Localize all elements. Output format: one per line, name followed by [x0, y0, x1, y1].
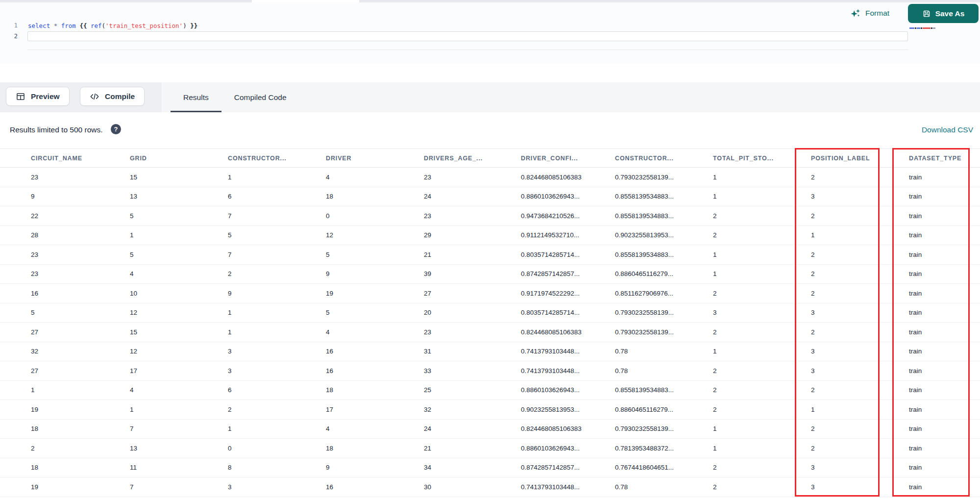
tab-results[interactable]: Results [171, 82, 221, 112]
help-icon[interactable]: ? [111, 124, 121, 134]
table-cell: 2 [811, 174, 909, 181]
table-cell: 0.8742857142857... [521, 464, 615, 471]
table-cell: 0.7413793103448... [521, 348, 615, 355]
table-cell: 1 [130, 231, 228, 239]
table-row: 14618250.8860103626943...0.8558139534883… [0, 381, 980, 400]
table-cell: 15 [130, 328, 228, 336]
table-cell: 0.8511627906976... [615, 290, 713, 297]
table-cell: train [909, 406, 980, 413]
table-cell: 2 [228, 270, 326, 277]
table-cell: 33 [424, 367, 521, 375]
table-cell: 0 [228, 445, 326, 452]
table-cell: 25 [424, 386, 521, 394]
table-cell: 0.7930232558139... [615, 309, 713, 316]
column-header[interactable]: TOTAL_PIT_STO... [713, 155, 811, 162]
table-cell: 0.9473684210526... [521, 212, 615, 220]
table-cell: 1 [713, 270, 811, 277]
code-token: {{ [79, 22, 87, 29]
code-token: select [28, 22, 50, 29]
table-cell: 1 [713, 425, 811, 432]
table-cell: 2 [228, 406, 326, 413]
table-cell: 0.8860103626943... [521, 445, 615, 452]
table-row: 3212316310.7413793103448...0.7813train [0, 342, 980, 362]
table-cell: 18 [326, 386, 424, 394]
preview-button[interactable]: Preview [6, 87, 70, 106]
table-cell: 10 [130, 290, 228, 297]
column-header[interactable]: DRIVER [326, 155, 424, 162]
table-cell: 3 [811, 348, 909, 355]
table-cell: 1 [228, 425, 326, 432]
column-header[interactable]: POSITION_LABEL [811, 155, 909, 162]
sparkles-icon [850, 8, 861, 19]
column-header[interactable]: DRIVER_CONFI... [521, 155, 615, 162]
tab-compiled-code[interactable]: Compiled Code [221, 82, 299, 112]
table-cell: 9 [228, 290, 326, 297]
table-cell: 2 [713, 464, 811, 471]
table-cell: 2 [811, 425, 909, 432]
table-cell: 27 [424, 290, 521, 297]
format-button[interactable]: Format [850, 6, 889, 20]
sql-editor[interactable]: 1 2 select * from {{ ref('train_test_pos… [0, 2, 980, 64]
table-cell: 3 [811, 483, 909, 491]
table-cell: train [909, 445, 980, 452]
table-cell: 1 [811, 406, 909, 413]
table-cell: train [909, 328, 980, 336]
column-header[interactable]: CONSTRUCTOR... [615, 155, 713, 162]
table-cell: 3 [713, 309, 811, 316]
table-cell: 1 [713, 348, 811, 355]
column-header[interactable]: GRID [130, 155, 228, 162]
table-cell: 32 [424, 406, 521, 413]
code-token [50, 22, 54, 29]
table-cell: 1 [228, 309, 326, 316]
table-cell: 39 [424, 270, 521, 277]
compile-button[interactable]: Compile [80, 87, 145, 106]
table-cell: 0 [326, 212, 424, 220]
table-cell: 23 [424, 328, 521, 336]
table-cell: train [909, 193, 980, 200]
column-header[interactable]: CONSTRUCTOR... [228, 155, 326, 162]
current-line-highlight[interactable] [27, 31, 908, 41]
table-cell: 7 [228, 251, 326, 258]
code-line[interactable]: select * from {{ ref('train_test_positio… [28, 21, 197, 30]
table-cell: 2 [713, 386, 811, 394]
table-cell: 18 [326, 193, 424, 200]
code-token: }} [190, 22, 197, 29]
line-number-1: 1 [7, 22, 18, 29]
table-cell: 2 [811, 212, 909, 220]
table-body: 231514230.8244680851063830.7930232558139… [0, 168, 980, 497]
table-row: 231514230.8244680851063830.7930232558139… [0, 168, 980, 187]
table-row: 191217320.9023255813953...0.886046511627… [0, 400, 980, 420]
table-cell: 0.7413793103448... [521, 367, 615, 375]
table-cell: 0.7930232558139... [615, 425, 713, 432]
table-cell: train [909, 174, 980, 181]
table-cell: 4 [326, 328, 424, 336]
table-cell: 22 [31, 212, 130, 220]
table-cell: 23 [31, 251, 130, 258]
table-cell: train [909, 231, 980, 239]
table-cell: 0.7674418604651... [615, 464, 713, 471]
table-cell: train [909, 309, 980, 316]
table-cell: 23 [424, 212, 521, 220]
save-as-button[interactable]: Save As [908, 4, 979, 23]
table-row: 271514230.8244680851063830.7930232558139… [0, 323, 980, 342]
table-cell: 9 [326, 464, 424, 471]
table-cell: 16 [326, 483, 424, 491]
table-icon [16, 92, 25, 101]
table-cell: 15 [130, 174, 228, 181]
download-csv-link[interactable]: Download CSV [922, 125, 973, 134]
code-token [87, 22, 91, 29]
table-cell: 3 [811, 193, 909, 200]
table-cell: 6 [228, 386, 326, 394]
table-cell: train [909, 425, 980, 432]
table-cell: 7 [130, 425, 228, 432]
table-cell: 2 [811, 386, 909, 394]
table-row: 23575210.8035714285714...0.8558139534883… [0, 245, 980, 265]
table-row: 913618240.8860103626943...0.855813953488… [0, 187, 980, 207]
editor-minimap[interactable] [909, 27, 935, 29]
table-cell: 0.9023255813953... [521, 406, 615, 413]
column-header[interactable]: CIRCUIT_NAME [31, 155, 130, 162]
column-header[interactable]: DRIVERS_AGE_... [424, 155, 521, 162]
column-header[interactable]: DATASET_TYPE [909, 155, 980, 162]
table-cell: 3 [228, 348, 326, 355]
table-cell: 19 [31, 406, 130, 413]
